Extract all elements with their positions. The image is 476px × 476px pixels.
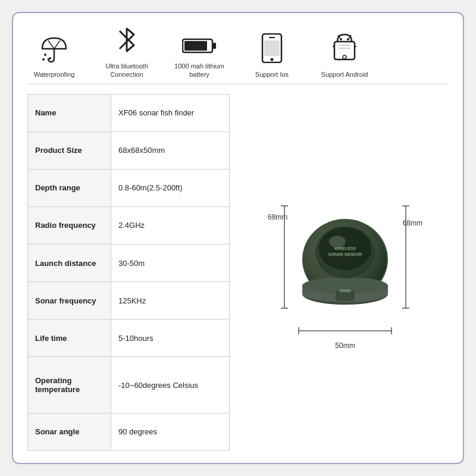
spec-label: Sonar angle: [28, 413, 111, 450]
waterproofing-label: Waterproofing: [34, 70, 75, 79]
svg-point-19: [347, 38, 349, 40]
svg-point-18: [340, 38, 342, 40]
android-icon: [333, 33, 356, 67]
spec-row: Product Size68x68x50mm: [28, 131, 230, 169]
svg-line-4: [54, 40, 60, 49]
spec-value: 90 degrees: [111, 413, 230, 450]
spec-value: -10~60degrees Celsius: [111, 357, 230, 414]
feature-android: Support Android: [318, 33, 371, 79]
device-illustration: WIRELESS SONAR SENSOR: [299, 206, 392, 308]
svg-rect-46: [339, 289, 351, 292]
spec-value: 0.8-60m(2.5-200ft): [111, 169, 230, 206]
spec-row: NameXF06 sonar fish finder: [28, 94, 230, 131]
spec-label: Product Size: [28, 131, 111, 169]
svg-rect-14: [264, 40, 280, 56]
bluetooth-icon: [114, 25, 140, 58]
features-row: Waterproofing Ultra bluetooth Connection: [27, 25, 449, 84]
feature-battery: 1000 mah lithium battery: [173, 36, 226, 79]
spec-label: Launch distance: [28, 244, 111, 281]
spec-label: Operating temperature: [28, 357, 111, 414]
svg-text:WIRELESS: WIRELESS: [334, 246, 356, 250]
spec-row: Sonar angle90 degrees: [28, 413, 230, 450]
ios-label: Support Ios: [255, 70, 289, 79]
spec-label: Sonar frequency: [28, 282, 111, 320]
svg-point-6: [49, 57, 51, 60]
spec-value: 125KHz: [111, 282, 230, 320]
spec-label: Radio frequency: [28, 206, 111, 244]
spec-row: Launch distance30-50m: [28, 244, 230, 281]
dim-depth-label: 50mm: [335, 342, 355, 350]
spec-value: 5-10hours: [111, 320, 230, 357]
spec-row: Sonar frequency125KHz: [28, 282, 230, 320]
spec-value: 68x68x50mm: [111, 131, 230, 169]
svg-point-22: [343, 55, 346, 59]
specs-table: NameXF06 sonar fish finderProduct Size68…: [27, 94, 230, 451]
spec-label: Name: [28, 94, 111, 131]
phone-icon: [261, 33, 283, 67]
product-area: 68mm 68mm 50mm: [242, 94, 449, 451]
bluetooth-label: Ultra bluetooth Connection: [100, 62, 154, 79]
spec-row: Radio frequency2.4GHz: [28, 206, 230, 244]
feature-ios: Support Ios: [245, 33, 299, 79]
svg-text:SONAR SENSOR: SONAR SENSOR: [328, 252, 362, 256]
spec-row: Life time5-10hours: [28, 320, 230, 357]
spec-label: Depth range: [28, 169, 111, 206]
battery-label: 1000 mah lithium battery: [173, 62, 226, 79]
svg-point-7: [42, 58, 45, 61]
svg-line-3: [48, 40, 54, 49]
svg-point-42: [329, 236, 346, 248]
dim-width-label: 68mm: [268, 213, 287, 221]
spec-value: XF06 sonar fish finder: [111, 94, 230, 131]
main-content: NameXF06 sonar fish finderProduct Size68…: [27, 94, 449, 451]
svg-rect-10: [184, 41, 207, 51]
feature-waterproofing: Waterproofing: [27, 33, 81, 79]
feature-bluetooth: Ultra bluetooth Connection: [100, 25, 154, 79]
spec-row: Operating temperature-10~60degrees Celsi…: [28, 357, 230, 414]
spec-value: 30-50m: [111, 244, 230, 281]
spec-label: Life time: [28, 320, 111, 357]
spec-value: 2.4GHz: [111, 206, 230, 244]
svg-rect-15: [334, 42, 355, 60]
svg-rect-9: [213, 43, 216, 49]
svg-point-5: [44, 54, 46, 56]
battery-icon: [182, 36, 217, 58]
umbrella-icon: [39, 33, 69, 67]
product-card: Waterproofing Ultra bluetooth Connection: [12, 12, 464, 464]
spec-row: Depth range0.8-60m(2.5-200ft): [28, 169, 230, 206]
svg-point-12: [271, 58, 274, 61]
dim-height-label: 68mm: [403, 219, 422, 227]
dimension-container: 68mm 68mm 50mm: [268, 183, 422, 362]
android-label: Support Android: [321, 70, 368, 79]
